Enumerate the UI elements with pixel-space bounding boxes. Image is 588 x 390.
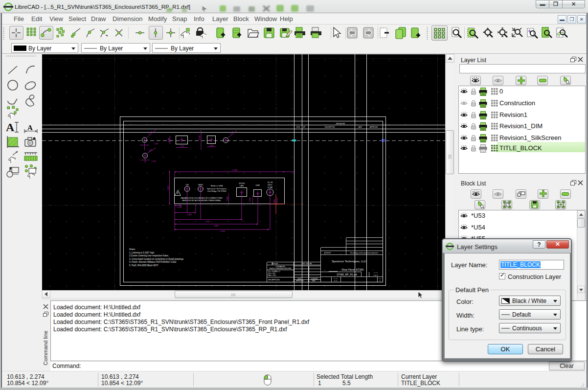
svg-text:BY: BY — [303, 126, 305, 128]
svg-text:Spectrum Techniques, LLC: Spectrum Techniques, LLC — [332, 260, 366, 263]
svg-text:This drawing contains propriet: This drawing contains proprietary inform… — [350, 252, 378, 254]
svg-text:MFG APPR DWG: MFG APPR DWG — [268, 279, 280, 281]
svg-text:1.073: 1.073 — [180, 145, 184, 147]
svg-text:1 = 1: 1 = 1 — [373, 274, 378, 276]
svg-text:HAZARDOUS VOLTAGES IN CONNECTO: HAZARDOUS VOLTAGES IN CONNECTORS — [181, 197, 223, 199]
svg-text:SCH/DRL: SCH/DRL — [311, 278, 318, 280]
svg-text:SHT: SHT — [379, 278, 381, 279]
svg-text:A: A — [27, 124, 33, 132]
svg-text:DESCRIPTION: DESCRIPTION — [325, 126, 335, 128]
svg-text:6.438: 6.438 — [232, 169, 237, 171]
svg-text:DATE: DATE — [358, 126, 362, 128]
svg-text:0.500: 0.500 — [168, 138, 170, 142]
svg-text:2.765: 2.765 — [205, 221, 210, 223]
svg-text:10/100: 10/100 — [239, 182, 245, 184]
svg-text:3/23/2018: 3/23/2018 — [324, 252, 331, 254]
svg-text:Notes:: Notes: — [129, 248, 136, 251]
svg-text:UNLESS OTHERWISE SPECIFIED: UNLESS OTHERWISE SPECIFIED — [269, 268, 292, 270]
svg-text:Oak Ridge TN 37830: Oak Ridge TN 37830 — [207, 190, 226, 192]
svg-text:REVISIONS: REVISIONS — [336, 123, 345, 125]
svg-text:2.540: 2.540 — [154, 143, 158, 145]
svg-text:1.845: 1.845 — [187, 214, 192, 216]
svg-text:DC IN: DC IN — [268, 182, 273, 184]
svg-text:1. Lettering is 0.100" high.: 1. Lettering is 0.100" high. — [129, 252, 155, 254]
svg-text:A: A — [6, 121, 15, 134]
svg-text:TOLERANCES: TOLERANCES — [275, 266, 285, 268]
svg-text:FILE: FILE — [298, 278, 302, 280]
svg-text:0.465: 0.465 — [273, 199, 275, 203]
svg-text:USB: USB — [255, 184, 260, 186]
svg-text:SCALE: SCALE — [374, 272, 378, 274]
svg-text:.063" 5052 AL: .063" 5052 AL — [301, 263, 312, 265]
svg-text:APPROVED: APPROVED — [370, 126, 379, 128]
svg-text:5. PwD, RAL9005 Black 96/TI: 5. PwD, RAL9005 Black 96/TI — [129, 264, 158, 267]
svg-text:Spectrum Techniques: Spectrum Techniques — [207, 187, 226, 190]
svg-text:ECN: ECN — [296, 126, 299, 128]
svg-text:Rear Panel ST365: Rear Panel ST365 — [342, 268, 363, 271]
svg-text:SERVICE BY AUTHORIZED PERSONNE: SERVICE BY AUTHORIZED PERSONNEL — [182, 199, 222, 202]
svg-text:4. Finish: Sherwin Williams F6: 4. Finish: Sherwin Williams F63TXA54617-… — [129, 261, 177, 263]
svg-text:LAN: LAN — [240, 184, 244, 187]
svg-text:3.956: 3.956 — [220, 230, 225, 232]
svg-text:5VDC: 5VDC — [268, 184, 272, 186]
svg-text:0.700: 0.700 — [177, 206, 182, 208]
svg-text:.XX ± .015 ANG ± 1°: .XX ± .015 ANG ± 1° — [268, 271, 280, 273]
svg-text:0.750: 0.750 — [199, 136, 201, 139]
svg-text:1.908: 1.908 — [209, 145, 214, 147]
svg-text:(2.5A): (2.5A) — [268, 186, 273, 188]
svg-text:0.400: 0.400 — [226, 197, 228, 201]
svg-text:Material: Material — [272, 263, 278, 265]
svg-text:1: 1 — [380, 280, 381, 282]
svg-text:FRAC ± 1/32: FRAC ± 1/32 — [268, 275, 276, 276]
svg-text:1 / 1: 1 / 1 — [334, 280, 338, 282]
svg-text:0.718: 0.718 — [152, 161, 156, 162]
svg-text:0.250: 0.250 — [249, 198, 251, 202]
svg-text:3.825: 3.825 — [214, 225, 219, 227]
svg-text:.XXX ± .005: .XXX ± .005 — [268, 273, 275, 275]
svg-text:VENT: VENT — [198, 184, 204, 186]
svg-text:Made in USA: Made in USA — [211, 184, 223, 187]
svg-text:ST365_RP_R1.dxf: ST365_RP_R1.dxf — [337, 273, 357, 276]
svg-text:3. Cross-hatch located on cent: 3. Cross-hatch located on centerlines in… — [129, 258, 184, 260]
svg-text:ON: ON — [186, 184, 189, 186]
svg-text:SCALE: SCALE — [334, 278, 338, 279]
svg-text:1.663: 1.663 — [167, 186, 169, 190]
svg-text:2.Center Lettering over respec: 2.Center Lettering over respective holes… — [129, 254, 169, 257]
